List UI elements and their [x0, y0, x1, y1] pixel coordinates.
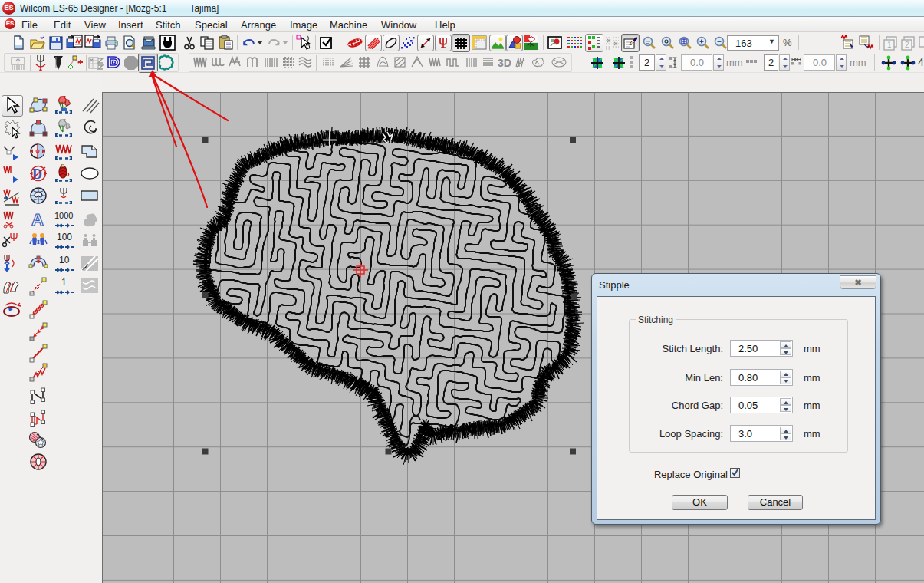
- svg-text:1: 1: [61, 277, 67, 288]
- svg-text:1: 1: [887, 41, 892, 49]
- svg-text:2: 2: [905, 41, 909, 49]
- svg-text:1000: 1000: [54, 211, 73, 220]
- svg-text:A: A: [31, 210, 44, 229]
- svg-text:100: 100: [57, 232, 72, 242]
- svg-text:10: 10: [59, 255, 70, 265]
